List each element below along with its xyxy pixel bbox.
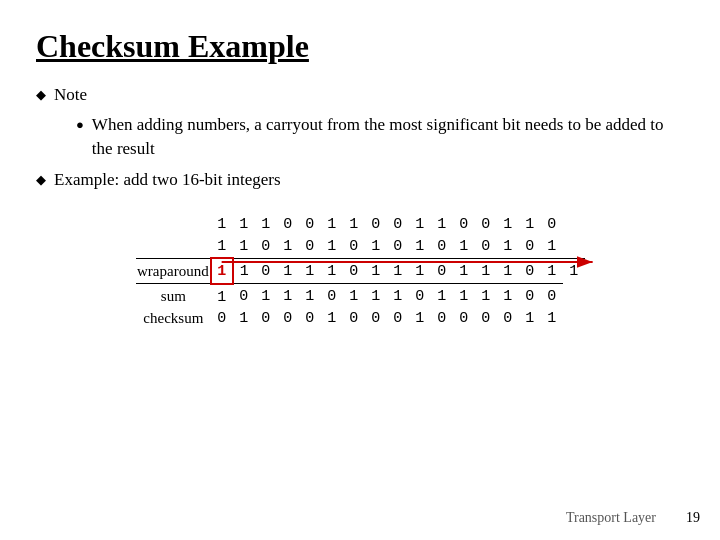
binary-cell: 0: [541, 214, 563, 236]
slide: Checksum Example ◆ Note ● When adding nu…: [0, 0, 720, 540]
binary-cell: 0: [255, 308, 277, 330]
binary-cell: 1: [343, 284, 365, 309]
footer-page: 19: [686, 510, 700, 526]
bullet-r-marker2: ◆: [36, 172, 46, 188]
binary-cell: 0: [343, 236, 365, 259]
binary-cell: 1: [255, 284, 277, 309]
footer: Transport Layer 19: [566, 510, 700, 526]
binary-cell: 0: [211, 308, 233, 330]
binary-cell: 0: [255, 236, 277, 259]
binary-cell: 0: [277, 308, 299, 330]
binary-cell: 1: [211, 236, 233, 259]
binary-cell: 0: [277, 214, 299, 236]
binary-cell: 0: [409, 284, 431, 309]
footer-label: Transport Layer: [566, 510, 656, 526]
wraparound-bit: 0: [255, 258, 277, 284]
binary-cell: 1: [431, 214, 453, 236]
binary-cell: 1: [541, 236, 563, 259]
binary-cell: 0: [475, 214, 497, 236]
binary-cell: 0: [453, 308, 475, 330]
bullet-note-sub: ● When adding numbers, a carryout from t…: [76, 113, 684, 161]
bullet-note-text: Note: [54, 83, 87, 107]
binary-cell: 1: [321, 308, 343, 330]
label-addend2: [136, 236, 211, 259]
binary-cell: 0: [541, 284, 563, 309]
bullet-note-sub-text: When adding numbers, a carryout from the…: [92, 113, 684, 161]
wraparound-bit: 1: [497, 258, 519, 284]
binary-cell: 0: [497, 308, 519, 330]
wraparound-bit: 1: [409, 258, 431, 284]
binary-cell: 1: [233, 308, 255, 330]
bullet-example-text: Example: add two 16-bit integers: [54, 168, 281, 192]
binary-cell: 0: [387, 214, 409, 236]
binary-cell: 0: [475, 236, 497, 259]
binary-cell: 0: [387, 236, 409, 259]
binary-cell: 1: [277, 284, 299, 309]
binary-cell: 1: [497, 214, 519, 236]
binary-cell: 0: [365, 214, 387, 236]
binary-cell: 1: [541, 308, 563, 330]
wraparound-bit: 0: [519, 258, 541, 284]
binary-cell: 1: [453, 284, 475, 309]
bullet-note: ◆ Note: [36, 83, 684, 107]
binary-cell: 1: [321, 236, 343, 259]
binary-cell: 1: [343, 214, 365, 236]
binary-cell: 0: [299, 236, 321, 259]
binary-cell: 1: [519, 308, 541, 330]
binary-cell: 0: [233, 284, 255, 309]
binary-cell: 1: [453, 236, 475, 259]
wraparound-bit: 1: [365, 258, 387, 284]
binary-cell: 0: [299, 214, 321, 236]
label-sum: sum: [136, 284, 211, 309]
wraparound-carry: 1: [211, 258, 233, 284]
row-addend2: 1101010101010101: [136, 236, 585, 259]
binary-cell: 1: [409, 236, 431, 259]
binary-cell: 1: [497, 236, 519, 259]
label-checksum: checksum: [136, 308, 211, 330]
wraparound-bit: 0: [431, 258, 453, 284]
binary-cell: 1: [277, 236, 299, 259]
wraparound-bit: 1: [299, 258, 321, 284]
wraparound-bit: 1: [541, 258, 563, 284]
label-wraparound: wraparound: [136, 258, 211, 284]
binary-cell: 1: [211, 214, 233, 236]
binary-cell: 0: [343, 308, 365, 330]
binary-cell: 0: [365, 308, 387, 330]
wraparound-bit: 1: [563, 258, 585, 284]
binary-cell: 1: [233, 236, 255, 259]
binary-cell: 1: [387, 284, 409, 309]
wraparound-bit: 1: [475, 258, 497, 284]
binary-cell: 1: [475, 284, 497, 309]
wraparound-bit: 1: [277, 258, 299, 284]
slide-title: Checksum Example: [36, 28, 684, 65]
row-wraparound: wraparound 11011101110111011: [136, 258, 585, 284]
binary-cell: 1: [255, 214, 277, 236]
label-addend1: [136, 214, 211, 236]
binary-cell: 1: [211, 284, 233, 309]
bullet-m-marker: ●: [76, 117, 84, 133]
binary-cell: 0: [431, 236, 453, 259]
binary-cell: 1: [409, 308, 431, 330]
content-area: ◆ Note ● When adding numbers, a carryout…: [36, 83, 684, 192]
binary-table: 1110011001100110 1101010101010101 wrapar…: [136, 214, 585, 330]
wraparound-bit: 1: [321, 258, 343, 284]
row-addend1: 1110011001100110: [136, 214, 585, 236]
binary-cell: 0: [519, 284, 541, 309]
binary-cell: 0: [321, 284, 343, 309]
binary-cell: 1: [409, 214, 431, 236]
binary-cell: 1: [299, 284, 321, 309]
binary-cell: 1: [365, 236, 387, 259]
binary-cell: 0: [387, 308, 409, 330]
binary-cell: 0: [431, 308, 453, 330]
binary-section: 1110011001100110 1101010101010101 wrapar…: [36, 214, 684, 330]
binary-cell: 1: [519, 214, 541, 236]
binary-cell: 1: [365, 284, 387, 309]
bullet-r-marker: ◆: [36, 87, 46, 103]
binary-cell: 0: [453, 214, 475, 236]
wraparound-bit: 1: [233, 258, 255, 284]
row-sum: sum 1011101110111100: [136, 284, 585, 309]
wraparound-bit: 0: [343, 258, 365, 284]
row-checksum: checksum 0100010001000011: [136, 308, 585, 330]
binary-cell: 0: [299, 308, 321, 330]
binary-cell: 1: [497, 284, 519, 309]
